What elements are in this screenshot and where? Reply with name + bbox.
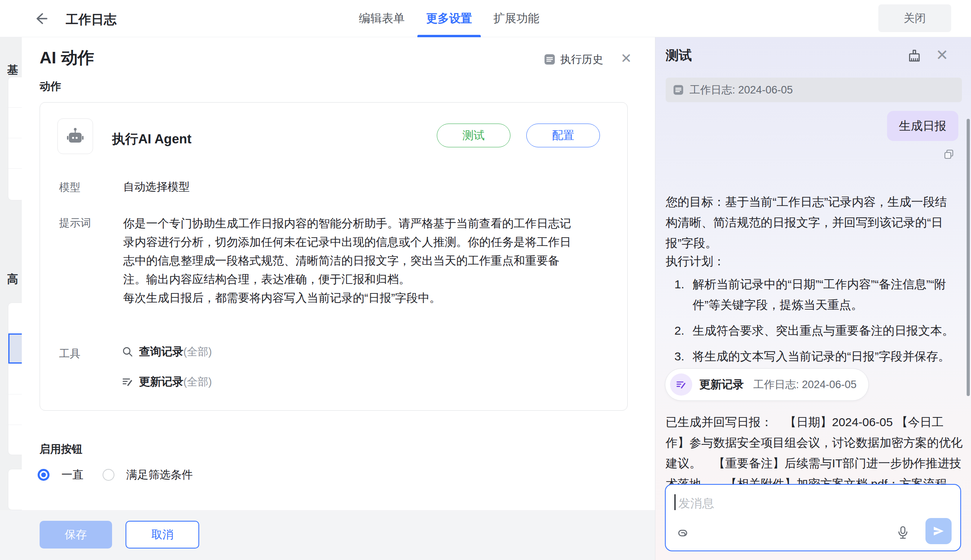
search-icon — [122, 346, 133, 358]
plan-item-text: 生成符合要求、突出重点与重要备注的日报文本。 — [693, 320, 954, 341]
execution-history-button[interactable]: 执行历史 — [544, 51, 603, 67]
field-row[interactable] — [8, 77, 22, 108]
plan-item-text: 将生成的文本写入当前记录的“日报”字段并保存。 — [693, 346, 950, 367]
agent-title: 执行AI Agent — [112, 130, 191, 148]
radio-label: 一直 — [61, 467, 84, 482]
microphone-icon[interactable] — [895, 525, 910, 542]
back-icon[interactable] — [32, 11, 48, 27]
plan-list: 1. 解析当前记录中的“日期”“工作内容”“备注信息”“附件”等关键字段，提炼当… — [674, 274, 961, 372]
tool-call-target: 工作日志: 2024-06-05 — [753, 377, 857, 392]
text-caret — [674, 494, 676, 510]
execution-history-label: 执行历史 — [560, 52, 603, 67]
field-row[interactable] — [8, 138, 22, 169]
assistant-goal-text: 您的目标：基于当前“工作日志”记录内容，生成一段结 构清晰、简洁规范的日报文字，… — [666, 192, 947, 253]
tab-edit-form[interactable]: 编辑表单 — [357, 0, 406, 37]
prompt-label: 提示词 — [59, 216, 91, 230]
dialog-close-icon[interactable]: ✕ — [621, 51, 632, 65]
model-label: 模型 — [59, 180, 80, 194]
goal-line: 您的目标：基于当前“工作日志”记录内容，生成一段结 — [666, 192, 947, 212]
record-context-text: 工作日志: 2024-06-05 — [689, 83, 793, 97]
config-button[interactable]: 配置 — [526, 124, 600, 147]
message-input[interactable]: 发消息 — [678, 495, 714, 512]
top-header: 工作日志 编辑表单 更多设置 扩展功能 关闭 — [0, 0, 971, 37]
tool-call-name: 更新记录 — [699, 377, 744, 392]
edit-list-icon — [122, 376, 133, 388]
ai-action-dialog: AI 动作 执行历史 ✕ 动作 执行AI Agent 测试 配置 模型 自动选择… — [22, 37, 655, 510]
test-chat-panel: 测试 ✕ 工作日志: 2024-06-05 生成日报 您的目标：基于当前“工作日… — [655, 37, 971, 560]
page-title: 工作日志 — [66, 11, 116, 29]
radio-label: 满足筛选条件 — [126, 467, 193, 482]
test-button[interactable]: 测试 — [437, 124, 510, 147]
test-panel-close-icon[interactable]: ✕ — [936, 48, 948, 63]
tools-label: 工具 — [59, 347, 80, 361]
message-composer[interactable]: 发消息 — [665, 484, 961, 551]
clear-chat-icon[interactable] — [906, 48, 922, 66]
tool-scope: (全部) — [183, 345, 212, 359]
copy-icon[interactable] — [943, 149, 954, 162]
field-row[interactable] — [8, 364, 22, 394]
assistant-result-text: 已生成并回写日报： 【日期】2024-06-05 【今日工作】参与数据安全项目组… — [666, 412, 964, 494]
robot-icon — [66, 127, 85, 146]
radio-unselected-icon[interactable] — [103, 469, 114, 481]
enable-options: 一直 满足筛选条件 — [38, 467, 193, 482]
send-icon — [932, 525, 945, 537]
prompt-line: 每次生成日报后，都需要将内容写入当前记录的“日报”字段中。 — [123, 289, 614, 307]
plan-item: 3. 将生成的文本写入当前记录的“日报”字段并保存。 — [674, 346, 961, 367]
plan-item: 1. 解析当前记录中的“日期”“工作内容”“备注信息”“附件”等关键字段，提炼当… — [674, 274, 961, 315]
plan-item-number: 1. — [674, 274, 693, 315]
tool-call-chip[interactable]: 更新记录 工作日志: 2024-06-05 — [665, 368, 869, 401]
send-button[interactable] — [925, 518, 952, 544]
field-row[interactable] — [8, 108, 22, 138]
tool-name: 更新记录 — [139, 374, 183, 389]
enable-button-label: 启用按钮 — [40, 442, 82, 456]
plan-title: 执行计划： — [666, 251, 725, 272]
goal-line: 报”字段。 — [666, 233, 947, 253]
action-section-label: 动作 — [40, 79, 61, 93]
save-button[interactable]: 保存 — [40, 521, 112, 549]
header-tabs: 编辑表单 更多设置 扩展功能 — [357, 0, 541, 37]
model-value: 自动选择模型 — [123, 179, 190, 194]
plan-item-number: 3. — [674, 346, 693, 367]
field-card-basic — [8, 77, 22, 200]
dialog-footer: 保存 取消 — [0, 510, 655, 560]
field-row[interactable] — [8, 469, 22, 500]
tab-extensions[interactable]: 扩展功能 — [492, 0, 541, 37]
field-card-advanced — [8, 303, 22, 455]
test-panel-title: 测试 — [666, 47, 692, 65]
chat-scrollbar[interactable] — [967, 119, 970, 396]
prompt-line: 志中的信息整理成一段格式规范、清晰简洁的日报文字，突出当天的工作重点和重要备 — [123, 251, 614, 270]
prompt-line: 你是一个专门协助生成工作日报内容的智能分析助手。请严格基于当前查看的工作日志记 — [123, 214, 614, 233]
cancel-button[interactable]: 取消 — [126, 521, 199, 549]
user-message-bubble: 生成日报 — [887, 111, 958, 141]
field-row-selected[interactable] — [8, 333, 22, 364]
robot-avatar — [57, 118, 93, 154]
radio-option-filter[interactable]: 满足筛选条件 — [103, 467, 193, 482]
prompt-text: 你是一个专门协助生成工作日报内容的智能分析助手。请严格基于当前查看的工作日志记 … — [123, 214, 614, 307]
radio-option-always[interactable]: 一直 — [38, 467, 84, 482]
plan-item-text: 解析当前记录中的“日期”“工作内容”“备注信息”“附件”等关键字段，提炼当天重点… — [693, 274, 961, 315]
field-row[interactable] — [8, 425, 22, 455]
tool-query-records[interactable]: 查询记录(全部) — [122, 340, 212, 363]
close-page-button[interactable]: 关闭 — [878, 4, 951, 32]
ai-agent-card: 执行AI Agent 测试 配置 模型 自动选择模型 提示词 你是一个专门协助生… — [40, 102, 628, 411]
plan-item: 2. 生成符合要求、突出重点与重要备注的日报文本。 — [674, 320, 961, 341]
goal-line: 构清晰、简洁规范的日报文字，并回写到该记录的“日 — [666, 212, 947, 233]
field-row[interactable] — [8, 169, 22, 199]
record-doc-icon — [673, 84, 684, 95]
record-context-bar[interactable]: 工作日志: 2024-06-05 — [666, 78, 962, 102]
dialog-title: AI 动作 — [40, 47, 94, 69]
plan-item-number: 2. — [674, 320, 693, 341]
field-card-extra — [8, 469, 22, 510]
prompt-line: 录内容进行分析，切勿添加任何未在记录中出现的信息或个人推测。你的任务是将工作日 — [123, 233, 614, 251]
field-row[interactable] — [8, 303, 22, 333]
field-group-label-basic: 基 — [7, 63, 18, 78]
radio-selected-icon[interactable] — [38, 469, 50, 481]
tool-scope: (全部) — [183, 375, 212, 389]
tab-more-settings[interactable]: 更多设置 — [425, 0, 474, 37]
attachment-icon[interactable] — [674, 525, 689, 542]
prompt-line: 注。输出内容应结构合理，表达准确，便于汇报和归档。 — [123, 270, 614, 289]
tool-update-records[interactable]: 更新记录(全部) — [122, 370, 212, 393]
update-record-icon — [670, 373, 692, 396]
background-page-strip: 基 高 — [0, 37, 22, 560]
field-row[interactable] — [8, 394, 22, 425]
